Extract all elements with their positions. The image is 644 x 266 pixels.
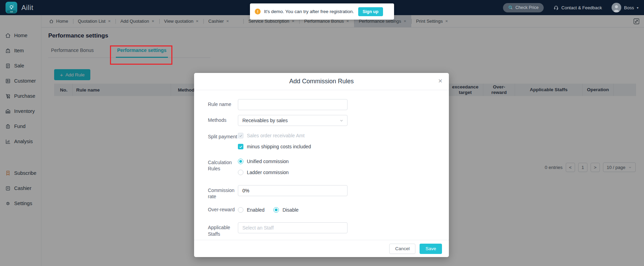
- applicable-staffs-input[interactable]: [238, 222, 348, 233]
- commission-rate-label: Commission rate: [208, 185, 238, 200]
- search-icon: [508, 5, 513, 10]
- cancel-button[interactable]: Cancel: [389, 244, 415, 254]
- demo-notification: ! It's demo. You can try after free regi…: [250, 3, 394, 20]
- warning-icon: !: [255, 9, 261, 14]
- user-menu[interactable]: Boss ▾: [612, 3, 638, 12]
- notification-message: It's demo. You can try after free regist…: [264, 9, 354, 14]
- radio-disable[interactable]: Disable: [273, 206, 299, 214]
- person-icon: [612, 3, 621, 12]
- save-button[interactable]: Save: [420, 244, 442, 254]
- contact-feedback-link[interactable]: Contact & Feedback: [553, 5, 602, 10]
- radio-label: Unified commission: [247, 159, 289, 164]
- modal-header: Add Commission Rules ✕: [194, 73, 449, 90]
- calculation-rules-label: Calculation Rules: [208, 157, 238, 176]
- checkbox-minus-shipping[interactable]: minus shipping costs included: [238, 143, 348, 150]
- checkbox-checked-disabled-icon: [238, 133, 243, 138]
- checkbox-label: Sales order receivable Amt: [247, 133, 304, 138]
- rule-name-input[interactable]: [238, 99, 348, 110]
- app-logo[interactable]: Intl: [6, 2, 17, 13]
- sign-up-button[interactable]: Sign up: [358, 7, 383, 16]
- radio-selected-icon: [238, 159, 243, 164]
- split-payment-label: Split payment: [208, 131, 238, 150]
- radio-ladder-commission[interactable]: Ladder commission: [238, 169, 348, 176]
- methods-label: Methods: [208, 115, 238, 126]
- brand-name: Ailit: [21, 4, 33, 12]
- modal-title: Add Commission Rules: [289, 78, 354, 85]
- check-price-button[interactable]: Check Price: [503, 3, 544, 12]
- lightbulb-icon: [8, 4, 15, 11]
- add-commission-rules-modal: Add Commission Rules ✕ Rule name Methods…: [194, 73, 449, 257]
- user-name: Boss: [624, 5, 634, 10]
- chevron-down-icon: ▾: [637, 6, 638, 10]
- over-reward-label: Over-reward: [208, 204, 238, 215]
- contact-feedback-label: Contact & Feedback: [561, 5, 602, 10]
- radio-enabled[interactable]: Enabled: [238, 206, 264, 214]
- headset-icon: [553, 5, 559, 10]
- radio-label: Disable: [282, 207, 299, 213]
- methods-select[interactable]: Receivables by sales: [238, 115, 348, 126]
- annotation-highlight-box: [110, 45, 172, 65]
- logo-badge: Intl: [7, 10, 16, 13]
- radio-label: Enabled: [247, 207, 264, 213]
- radio-unified-commission[interactable]: Unified commission: [238, 158, 348, 165]
- chevron-down-icon: [339, 118, 344, 123]
- radio-label: Ladder commission: [247, 170, 289, 175]
- checkbox-label: minus shipping costs included: [247, 144, 311, 149]
- radio-unselected-icon: [238, 207, 243, 213]
- applicable-staffs-label: Applicable Staffs: [208, 222, 238, 237]
- checkbox-sales-order-receivable: Sales order receivable Amt: [238, 132, 348, 139]
- radio-unselected-icon: [238, 170, 243, 175]
- check-price-label: Check Price: [515, 5, 539, 10]
- avatar: [612, 3, 621, 12]
- commission-rate-input[interactable]: [238, 185, 348, 196]
- rule-name-label: Rule name: [208, 99, 238, 110]
- methods-value: Receivables by sales: [242, 118, 288, 123]
- close-icon[interactable]: ✕: [438, 78, 443, 84]
- checkbox-checked-icon: [238, 144, 243, 149]
- modal-footer: Cancel Save: [194, 240, 449, 257]
- radio-selected-icon: [273, 207, 279, 213]
